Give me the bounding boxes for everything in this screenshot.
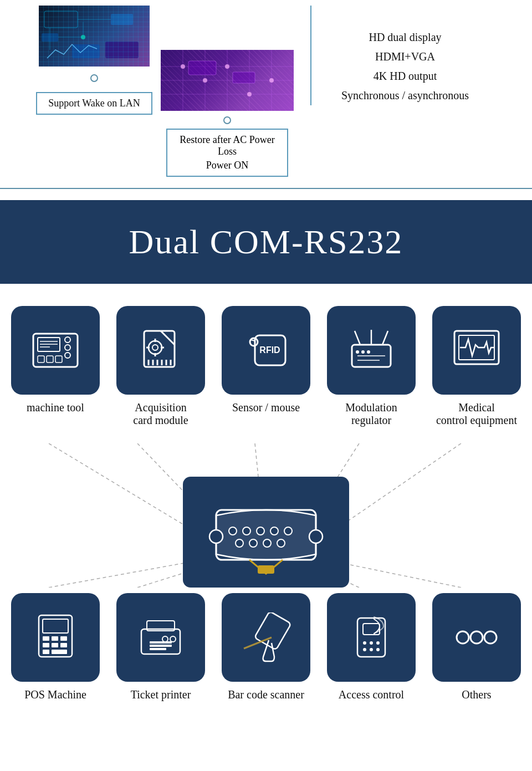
wake-on-lan-label: Support Wake on LAN [48,98,140,109]
access-control-icon-box [327,593,416,682]
svg-point-119 [484,631,497,644]
svg-point-106 [162,636,168,642]
restore-label: Restore after AC Power Loss [178,134,276,157]
svg-rect-94 [60,636,67,641]
sensor-mouse-icon: RFID [238,325,294,375]
acquisition-card-icon-box [116,306,205,395]
svg-rect-103 [150,645,172,647]
svg-point-31 [65,337,70,343]
others-label: Others [462,688,491,701]
access-control-icon [344,612,399,662]
svg-point-47 [152,345,158,350]
barcode-scanner-icon-box [222,593,310,682]
svg-point-83 [236,539,243,547]
svg-rect-91 [43,619,68,633]
modulation-regulator-icon-box [327,306,416,395]
medical-control-item: Medicalcontrol equipment [432,306,521,427]
modulation-regulator-item: Modulation regulator [327,306,416,427]
access-control-item: Access control [327,593,416,701]
svg-point-81 [270,527,278,535]
center-rs232-connector [183,477,349,588]
svg-point-82 [284,527,292,535]
svg-point-117 [457,631,469,644]
acquisition-card-item: Acquisitioncard module [116,306,205,427]
svg-rect-10 [161,50,294,111]
svg-rect-9 [105,42,139,58]
svg-point-46 [149,341,162,354]
svg-point-115 [370,648,373,651]
diagram-section: POS Machine Ticket printe [0,443,532,734]
ticket-printer-icon [133,612,188,662]
svg-point-87 [209,530,223,543]
top-section: Support Wake on LAN [0,0,532,189]
svg-line-39 [161,331,175,345]
svg-rect-92 [43,636,49,641]
bottom-icon-row: POS Machine Ticket printe [0,593,532,701]
medical-control-icon [449,325,504,375]
banner-title: Dual COM-RS232 [11,222,521,262]
svg-rect-97 [60,643,67,647]
svg-point-19 [181,64,185,69]
svg-rect-104 [150,648,166,650]
barcode-scanner-label: Bar code scanner [228,688,304,701]
svg-rect-107 [254,612,291,650]
svg-point-112 [370,641,373,645]
sensor-mouse-label: Sensor / mouse [232,401,300,414]
pos-machine-item: POS Machine [11,593,100,701]
top-icons-section: machine tool [0,284,532,443]
svg-rect-110 [363,624,380,635]
svg-rect-93 [52,636,58,641]
modulation-regulator-label: Modulation regulator [327,401,416,427]
barcode-scanner-icon [238,612,294,662]
bullet-restore [223,116,231,124]
svg-point-88 [309,530,323,543]
restore-power-box: Restore after AC Power Loss Power ON [166,129,288,177]
acquisition-card-icon [133,325,188,375]
power-on-label: Power ON [178,160,276,171]
svg-point-84 [249,539,257,547]
svg-point-23 [269,78,274,83]
modulation-regulator-icon [344,325,399,375]
top-left-column: Support Wake on LAN [33,6,155,115]
svg-point-22 [247,92,252,96]
machine-tool-icon-box [11,306,100,395]
svg-point-21 [225,64,229,69]
pos-machine-icon [28,612,83,662]
svg-point-79 [243,527,250,535]
svg-point-52 [250,338,258,346]
svg-point-6 [81,35,85,39]
svg-rect-4 [42,33,58,42]
svg-rect-2 [111,14,133,25]
bullet-row-restore [223,116,231,124]
hd-dual-display: HD dual display [323,28,488,47]
svg-rect-25 [233,72,255,83]
svg-point-78 [229,527,237,535]
top-right-column: HD dual display HDMI+VGA 4K HD output Sy… [310,6,488,105]
bullet-wake-on-lan [90,74,98,82]
others-item: Others [432,593,521,701]
svg-rect-24 [188,61,216,75]
rs232-port-icon [194,488,338,576]
hdmi-vga: HDMI+VGA [323,47,488,67]
svg-rect-95 [43,643,49,647]
circuit-image-left [39,6,150,67]
svg-point-105 [170,636,176,642]
machine-tool-item: machine tool [11,306,100,414]
svg-point-86 [277,539,285,547]
svg-rect-34 [38,356,44,362]
svg-point-62 [356,350,359,354]
svg-point-64 [367,350,370,354]
svg-point-33 [65,353,70,358]
svg-point-118 [470,631,483,644]
top-icon-row: machine tool [11,306,521,427]
svg-rect-102 [150,641,172,644]
svg-rect-89 [258,565,274,574]
svg-point-116 [376,648,380,651]
svg-point-111 [363,641,366,645]
svg-rect-96 [52,643,58,647]
pos-machine-label: POS Machine [24,688,86,701]
machine-tool-label: machine tool [27,401,84,414]
medical-control-label: Medicalcontrol equipment [436,401,517,427]
sensor-mouse-icon-box: RFID [222,306,310,395]
svg-line-59 [382,331,388,345]
